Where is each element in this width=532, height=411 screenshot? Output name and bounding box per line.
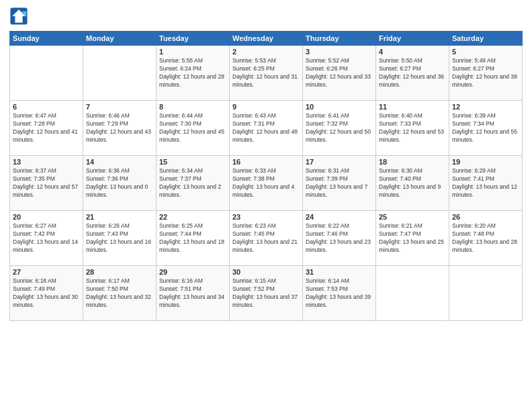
- calendar-cell: 20Sunrise: 6:27 AMSunset: 7:42 PMDayligh…: [10, 211, 83, 266]
- calendar-cell: 31Sunrise: 6:14 AMSunset: 7:53 PMDayligh…: [303, 266, 376, 321]
- calendar-cell: 21Sunrise: 6:26 AMSunset: 7:43 PMDayligh…: [83, 211, 157, 266]
- calendar-cell: 22Sunrise: 6:25 AMSunset: 7:44 PMDayligh…: [157, 211, 230, 266]
- calendar-cell: 12Sunrise: 6:39 AMSunset: 7:34 PMDayligh…: [449, 101, 523, 156]
- calendar-cell: 6Sunrise: 6:47 AMSunset: 7:28 PMDaylight…: [10, 101, 83, 156]
- logo: [9, 7, 31, 26]
- calendar-week-row: 20Sunrise: 6:27 AMSunset: 7:42 PMDayligh…: [10, 211, 523, 266]
- day-number: 13: [13, 158, 80, 166]
- day-info: Sunrise: 6:40 AMSunset: 7:33 PMDaylight:…: [379, 112, 446, 144]
- day-info: Sunrise: 6:33 AMSunset: 7:38 PMDaylight:…: [232, 167, 300, 199]
- day-number: 16: [232, 158, 300, 166]
- day-number: 24: [306, 213, 373, 221]
- day-number: 23: [232, 213, 300, 221]
- day-info: Sunrise: 6:44 AMSunset: 7:30 PMDaylight:…: [159, 112, 226, 144]
- day-number: 8: [159, 103, 226, 111]
- day-info: Sunrise: 5:50 AMSunset: 6:27 PMDaylight:…: [379, 57, 446, 89]
- calendar-cell: 25Sunrise: 6:21 AMSunset: 7:47 PMDayligh…: [376, 211, 449, 266]
- day-number: 12: [452, 103, 519, 111]
- calendar-cell: [449, 266, 523, 321]
- day-info: Sunrise: 6:17 AMSunset: 7:50 PMDaylight:…: [86, 277, 153, 310]
- day-number: 18: [379, 158, 446, 166]
- day-info: Sunrise: 6:26 AMSunset: 7:43 PMDaylight:…: [86, 222, 153, 255]
- calendar-cell: 23Sunrise: 6:23 AMSunset: 7:45 PMDayligh…: [230, 211, 303, 266]
- day-info: Sunrise: 6:20 AMSunset: 7:48 PMDaylight:…: [452, 222, 519, 255]
- day-info: Sunrise: 5:53 AMSunset: 6:25 PMDaylight:…: [232, 57, 300, 89]
- day-number: 31: [306, 268, 373, 276]
- calendar-cell: 15Sunrise: 6:34 AMSunset: 7:37 PMDayligh…: [157, 156, 230, 211]
- weekday-header: Wednesday: [230, 32, 303, 46]
- day-info: Sunrise: 6:34 AMSunset: 7:37 PMDaylight:…: [159, 167, 226, 199]
- day-number: 26: [452, 213, 519, 221]
- day-number: 7: [86, 103, 153, 111]
- day-number: 1: [159, 48, 226, 56]
- calendar-cell: 13Sunrise: 6:37 AMSunset: 7:35 PMDayligh…: [10, 156, 83, 211]
- day-number: 15: [159, 158, 226, 166]
- day-number: 30: [232, 268, 300, 276]
- day-number: 6: [13, 103, 80, 111]
- header-row: SundayMondayTuesdayWednesdayThursdayFrid…: [10, 32, 523, 46]
- calendar-cell: 26Sunrise: 6:20 AMSunset: 7:48 PMDayligh…: [449, 211, 523, 266]
- day-info: Sunrise: 6:16 AMSunset: 7:51 PMDaylight:…: [159, 277, 226, 310]
- day-info: Sunrise: 6:37 AMSunset: 7:35 PMDaylight:…: [13, 167, 80, 199]
- day-info: Sunrise: 6:29 AMSunset: 7:41 PMDaylight:…: [452, 167, 519, 199]
- day-info: Sunrise: 6:21 AMSunset: 7:47 PMDaylight:…: [379, 222, 446, 255]
- day-number: 20: [13, 213, 80, 221]
- day-info: Sunrise: 5:49 AMSunset: 6:27 PMDaylight:…: [452, 57, 519, 89]
- day-number: 22: [159, 213, 226, 221]
- day-info: Sunrise: 6:41 AMSunset: 7:32 PMDaylight:…: [306, 112, 373, 144]
- weekday-header: Friday: [376, 32, 449, 46]
- calendar-cell: [10, 46, 83, 101]
- calendar-cell: [83, 46, 157, 101]
- day-number: 17: [306, 158, 373, 166]
- day-info: Sunrise: 6:22 AMSunset: 7:46 PMDaylight:…: [306, 222, 373, 255]
- day-number: 10: [306, 103, 373, 111]
- day-info: Sunrise: 6:31 AMSunset: 7:39 PMDaylight:…: [306, 167, 373, 199]
- day-number: 28: [86, 268, 153, 276]
- calendar-week-row: 1Sunrise: 5:55 AMSunset: 6:24 PMDaylight…: [10, 46, 523, 101]
- calendar-cell: 27Sunrise: 6:18 AMSunset: 7:49 PMDayligh…: [10, 266, 83, 321]
- calendar-cell: 7Sunrise: 6:46 AMSunset: 7:29 PMDaylight…: [83, 101, 157, 156]
- weekday-header: Thursday: [303, 32, 376, 46]
- day-number: 3: [306, 48, 373, 56]
- header: [9, 7, 523, 26]
- calendar-cell: 11Sunrise: 6:40 AMSunset: 7:33 PMDayligh…: [376, 101, 449, 156]
- day-number: 29: [159, 268, 226, 276]
- day-info: Sunrise: 6:39 AMSunset: 7:34 PMDaylight:…: [452, 112, 519, 144]
- day-info: Sunrise: 6:47 AMSunset: 7:28 PMDaylight:…: [13, 112, 80, 144]
- page-container: SundayMondayTuesdayWednesdayThursdayFrid…: [0, 0, 532, 325]
- day-number: 11: [379, 103, 446, 111]
- day-number: 27: [13, 268, 80, 276]
- calendar-cell: 24Sunrise: 6:22 AMSunset: 7:46 PMDayligh…: [303, 211, 376, 266]
- day-info: Sunrise: 6:43 AMSunset: 7:31 PMDaylight:…: [232, 112, 300, 144]
- logo-icon: [9, 7, 28, 26]
- weekday-header: Saturday: [449, 32, 523, 46]
- weekday-header: Tuesday: [157, 32, 230, 46]
- day-info: Sunrise: 6:15 AMSunset: 7:52 PMDaylight:…: [232, 277, 300, 310]
- calendar-table: SundayMondayTuesdayWednesdayThursdayFrid…: [9, 31, 523, 321]
- day-info: Sunrise: 6:25 AMSunset: 7:44 PMDaylight:…: [159, 222, 226, 255]
- calendar-cell: 3Sunrise: 5:52 AMSunset: 6:26 PMDaylight…: [303, 46, 376, 101]
- calendar-cell: 10Sunrise: 6:41 AMSunset: 7:32 PMDayligh…: [303, 101, 376, 156]
- calendar-header: SundayMondayTuesdayWednesdayThursdayFrid…: [10, 32, 523, 46]
- calendar-cell: 29Sunrise: 6:16 AMSunset: 7:51 PMDayligh…: [157, 266, 230, 321]
- day-info: Sunrise: 6:18 AMSunset: 7:49 PMDaylight:…: [13, 277, 80, 310]
- day-info: Sunrise: 5:55 AMSunset: 6:24 PMDaylight:…: [159, 57, 226, 89]
- day-number: 5: [452, 48, 519, 56]
- day-info: Sunrise: 6:23 AMSunset: 7:45 PMDaylight:…: [232, 222, 300, 255]
- day-info: Sunrise: 5:52 AMSunset: 6:26 PMDaylight:…: [306, 57, 373, 89]
- day-number: 4: [379, 48, 446, 56]
- calendar-cell: 4Sunrise: 5:50 AMSunset: 6:27 PMDaylight…: [376, 46, 449, 101]
- day-number: 2: [232, 48, 300, 56]
- calendar-cell: 17Sunrise: 6:31 AMSunset: 7:39 PMDayligh…: [303, 156, 376, 211]
- day-number: 14: [86, 158, 153, 166]
- day-number: 25: [379, 213, 446, 221]
- day-info: Sunrise: 6:46 AMSunset: 7:29 PMDaylight:…: [86, 112, 153, 144]
- day-number: 21: [86, 213, 153, 221]
- calendar-cell: 28Sunrise: 6:17 AMSunset: 7:50 PMDayligh…: [83, 266, 157, 321]
- calendar-cell: 1Sunrise: 5:55 AMSunset: 6:24 PMDaylight…: [157, 46, 230, 101]
- day-number: 19: [452, 158, 519, 166]
- calendar-week-row: 6Sunrise: 6:47 AMSunset: 7:28 PMDaylight…: [10, 101, 523, 156]
- calendar-cell: [376, 266, 449, 321]
- calendar-cell: 9Sunrise: 6:43 AMSunset: 7:31 PMDaylight…: [230, 101, 303, 156]
- day-info: Sunrise: 6:27 AMSunset: 7:42 PMDaylight:…: [13, 222, 80, 255]
